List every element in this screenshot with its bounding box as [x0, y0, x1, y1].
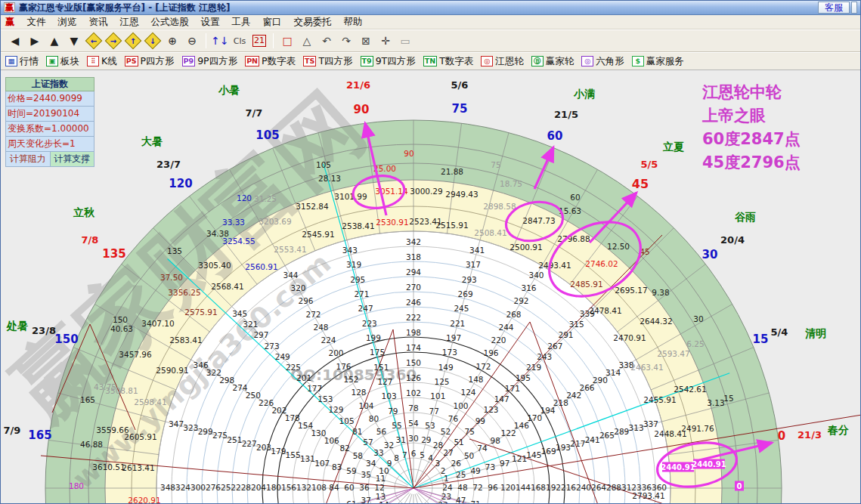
updown-arrows-icon[interactable]: ↑↓ — [211, 32, 229, 49]
box-x-icon[interactable]: ⊠ — [357, 32, 375, 49]
up-triangle-icon[interactable]: ▲ — [45, 32, 63, 49]
menu-item-7[interactable]: 窗口 — [257, 15, 288, 29]
rect-tool-icon[interactable]: □ — [278, 32, 296, 49]
svg-text:30: 30 — [693, 314, 703, 323]
clipboard-icon[interactable]: ▭ — [396, 32, 414, 49]
svg-text:291: 291 — [559, 330, 574, 339]
svg-text:222: 222 — [406, 313, 421, 322]
svg-text:204: 204 — [251, 483, 266, 492]
menu-item-0[interactable]: 文件 — [21, 15, 52, 29]
svg-text:2793.41: 2793.41 — [632, 491, 664, 500]
move-cross-icon[interactable]: ✛ — [376, 32, 395, 49]
pan-left-icon[interactable]: ← — [85, 32, 103, 49]
svg-text:60: 60 — [344, 483, 354, 492]
window-title: 赢家江恩专业版[赢家服务平台] - [上证指数 江恩轮] — [19, 2, 818, 14]
calc-support-button[interactable]: 计算支撑 — [51, 152, 95, 167]
svg-text:5/4: 5/4 — [771, 326, 788, 338]
svg-text:43.75: 43.75 — [94, 382, 116, 391]
svg-text:241: 241 — [585, 435, 600, 444]
svg-text:273: 273 — [265, 342, 280, 351]
menu-item-9[interactable]: 帮助 — [338, 15, 369, 29]
pan-down-icon[interactable]: ↓ — [144, 32, 162, 49]
svg-text:2590.91: 2590.91 — [156, 366, 188, 375]
pan-right-icon[interactable]: → — [104, 32, 122, 49]
sectors-button[interactable]: ▣板块 — [46, 55, 79, 68]
pan-up-icon[interactable]: ↑ — [124, 32, 142, 49]
svg-text:40.63: 40.63 — [110, 324, 133, 333]
down-triangle-icon[interactable]: ▼ — [65, 32, 83, 49]
svg-text:2: 2 — [441, 466, 446, 475]
svg-text:7: 7 — [402, 450, 407, 459]
triangle-tool-icon[interactable]: △ — [298, 32, 316, 49]
rotate-cw-icon[interactable]: ↷ — [337, 32, 355, 49]
cls-button[interactable]: Cls — [231, 32, 249, 49]
p-square-button[interactable]: PSP四方形 — [125, 55, 175, 68]
quotes-button[interactable]: ▦行情 — [5, 55, 39, 68]
t-number-table-button[interactable]: TNT数字表 — [423, 55, 474, 68]
svg-text:21/6: 21/6 — [346, 79, 370, 91]
nav-back-icon[interactable]: ◀ — [6, 32, 24, 49]
svg-text:大暑: 大暑 — [141, 135, 163, 147]
svg-text:105: 105 — [316, 160, 331, 169]
svg-text:2440.91: 2440.91 — [661, 463, 695, 472]
menu-item-8[interactable]: 交易委托 — [288, 15, 338, 29]
svg-text:250: 250 — [246, 391, 261, 400]
svg-text:173: 173 — [442, 348, 457, 357]
zoom-out-icon[interactable]: ⊖ — [183, 32, 201, 49]
svg-text:96: 96 — [488, 483, 498, 492]
svg-text:48: 48 — [457, 483, 467, 492]
menu-item-6[interactable]: 工具 — [226, 15, 257, 29]
nav-forward-icon[interactable]: ▶ — [26, 32, 44, 49]
9t-square-button[interactable]: T99T四方形 — [361, 55, 416, 68]
calc-resistance-button[interactable]: 计算阻力 — [5, 152, 51, 167]
kline-button[interactable]: ⫶⫶K线 — [87, 55, 117, 68]
rotate-ccw-icon[interactable]: ↶ — [317, 32, 336, 49]
menu-item-3[interactable]: 江恩 — [114, 15, 145, 29]
svg-text:130: 130 — [311, 428, 326, 438]
app-logo-icon: 赢 — [4, 2, 15, 13]
svg-text:165: 165 — [28, 428, 51, 442]
quotes-button-icon: ▦ — [5, 56, 17, 66]
svg-text:3000.29: 3000.29 — [410, 187, 442, 196]
p-number-table-button-icon: PN — [245, 56, 259, 66]
9p-square-button[interactable]: P99P四方形 — [182, 55, 238, 68]
hidden-edge-button[interactable] — [851, 2, 857, 14]
svg-text:2455.91: 2455.91 — [643, 395, 676, 404]
winner-service-button[interactable]: $赢家服务 — [632, 55, 684, 68]
p-number-table-button[interactable]: PNP数字表 — [245, 55, 296, 68]
svg-text:46.88: 46.88 — [80, 440, 103, 449]
svg-text:处暑: 处暑 — [6, 320, 28, 332]
zoom-in-icon[interactable]: ⊕ — [163, 32, 181, 49]
svg-text:121: 121 — [512, 454, 527, 463]
svg-text:74: 74 — [477, 444, 488, 453]
t-square-button[interactable]: TST四方形 — [303, 55, 352, 68]
svg-text:341: 341 — [469, 246, 485, 255]
note-line-1: 上帝之眼 — [702, 104, 801, 128]
svg-text:322: 322 — [206, 368, 221, 377]
menu-item-5[interactable]: 设置 — [195, 15, 226, 29]
svg-text:72: 72 — [472, 483, 482, 492]
menu-item-4[interactable]: 公式选股 — [145, 15, 195, 29]
svg-text:2568.41: 2568.41 — [211, 282, 243, 291]
svg-text:200: 200 — [328, 348, 343, 357]
menu-item-2[interactable]: 资讯 — [83, 15, 114, 29]
svg-text:319: 319 — [346, 260, 361, 269]
svg-text:3152.84: 3152.84 — [296, 202, 329, 211]
svg-text:3: 3 — [435, 459, 440, 468]
calendar-icon[interactable]: 21 — [250, 32, 268, 49]
quick-access-toolbar: ▦行情▣板块⫶⫶K线PSP四方形P99P四方形PNP数字表TST四方形T99T四… — [1, 52, 860, 70]
kline-button-label: K线 — [101, 55, 117, 68]
menu-item-1[interactable]: 浏览 — [52, 15, 83, 29]
winner-wheel-button[interactable]: Ⓑ赢家轮 — [531, 55, 575, 68]
hexagon-button[interactable]: ◎六角形 — [581, 55, 624, 68]
svg-text:2500.91: 2500.91 — [509, 243, 542, 252]
svg-text:180: 180 — [69, 481, 84, 490]
svg-text:269: 269 — [458, 289, 473, 298]
gann-wheel-button[interactable]: ◎江恩轮 — [481, 55, 524, 68]
9t-square-button-icon: T9 — [361, 56, 373, 66]
svg-text:3101.99: 3101.99 — [334, 192, 367, 201]
toolbar-separator — [206, 33, 206, 48]
svg-text:0: 0 — [737, 482, 742, 490]
customer-service-button[interactable]: 客服 — [818, 2, 850, 14]
t-number-table-button-icon: TN — [423, 56, 437, 66]
